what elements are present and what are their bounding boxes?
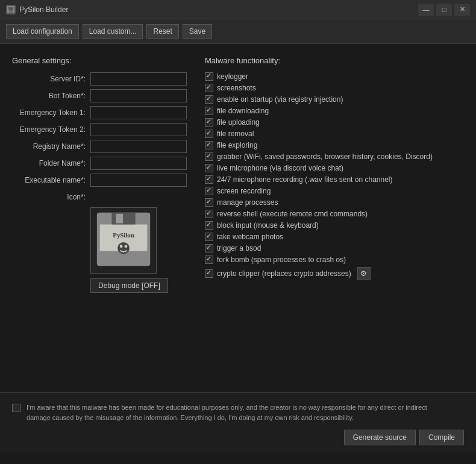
feature-checkbox-1[interactable] [205,84,213,92]
feature-label-8: live microphone (via discord voice chat) [217,164,343,172]
features-container: keyloggerscreenshotsenable on startup (v… [205,72,464,280]
feature-label-12: reverse shell (execute remote cmd comman… [217,210,368,218]
feature-checkbox-3[interactable] [205,107,213,115]
svg-rect-6 [111,213,135,225]
disclaimer-row: I'm aware that this malware has been mad… [12,403,464,422]
feature-checkbox-6[interactable] [205,141,213,149]
folder-name-row: Folder Name*: [12,157,193,170]
server-id-row: Server ID*: [12,72,193,86]
load-config-button[interactable]: Load configuration [6,24,79,39]
feature-checkbox-14[interactable] [205,233,213,241]
svg-point-11 [124,245,127,248]
executable-name-row: Executable name*: [12,174,193,187]
feature-item: file downloading [205,107,464,115]
feature-checkbox-7[interactable] [205,152,213,161]
icon-label: Icon*: [12,193,90,201]
feature-item: screen recording [205,187,464,195]
executable-name-label: Executable name*: [12,176,90,184]
feature-checkbox-5[interactable] [205,130,213,138]
feature-checkbox-4[interactable] [205,118,213,127]
icon-preview-image: PySilon [91,207,156,274]
feature-item: file uploading [205,118,464,127]
close-button[interactable]: ✕ [454,4,470,16]
feature-item: 24/7 microphone recording (.wav files se… [205,175,464,184]
feature-label-7: grabber (WiFi, saved passwords, browser … [217,152,433,161]
feature-item: enable on startup (via registry injectio… [205,95,464,104]
feature-item: crypto clipper (replaces crypto addresse… [205,267,464,280]
main-content: General settings: Server ID*: Bot Token*… [0,44,476,392]
feature-label-14: take webcam photos [217,233,283,241]
feature-label-0: keylogger [217,72,248,81]
svg-point-10 [120,245,123,248]
maximize-button[interactable]: □ [436,4,452,16]
folder-name-input[interactable] [90,157,187,170]
gear-button-17[interactable]: ⚙ [357,267,371,280]
feature-label-10: screen recording [217,187,271,195]
feature-item: screenshots [205,84,464,92]
feature-checkbox-17[interactable] [205,269,213,278]
emergency-token-2-label: Emergency Token 2: [12,125,90,134]
feature-item: file exploring [205,141,464,149]
icon-row: Icon*: [12,190,193,204]
feature-item: block input (mouse & keyboard) [205,221,464,230]
feature-checkbox-11[interactable] [205,198,213,207]
debug-mode-button[interactable]: Debug mode [OFF] [90,278,168,293]
feature-item: fork bomb (spam processes to crash os) [205,256,464,264]
compile-button[interactable]: Compile [419,430,464,445]
feature-checkbox-2[interactable] [205,95,213,104]
feature-label-5: file removal [217,130,254,138]
server-id-input[interactable] [90,72,187,86]
emergency-token-2-input[interactable] [90,123,187,136]
feature-label-17: crypto clipper (replaces crypto addresse… [217,269,351,278]
feature-label-13: block input (mouse & keyboard) [217,221,319,230]
feature-item: reverse shell (execute remote cmd comman… [205,210,464,218]
bot-token-input[interactable] [90,89,187,102]
title-bar: PySilon Builder — □ ✕ [0,0,476,19]
feature-checkbox-12[interactable] [205,210,213,218]
action-buttons: Generate source Compile [12,430,464,445]
load-custom-button[interactable]: Load custom... [83,24,143,39]
disclaimer-text: I'm aware that this malware has been mad… [27,403,436,422]
bot-token-label: Bot Token*: [12,92,90,100]
feature-checkbox-0[interactable] [205,72,213,81]
svg-text:PySilon: PySilon [113,231,134,239]
server-id-label: Server ID*: [12,75,90,83]
emergency-token-1-input[interactable] [90,106,187,119]
registry-name-label: Registry Name*: [12,142,90,151]
feature-item: trigger a bsod [205,244,464,252]
feature-checkbox-8[interactable] [205,164,213,172]
feature-label-3: file downloading [217,107,269,115]
disclaimer-checkbox[interactable] [12,404,20,412]
generate-source-button[interactable]: Generate source [344,430,416,445]
feature-checkbox-13[interactable] [205,221,213,230]
icon-preview[interactable]: PySilon [90,207,157,274]
folder-name-label: Folder Name*: [12,159,90,168]
feature-label-16: fork bomb (spam processes to crash os) [217,256,346,264]
feature-item: file removal [205,130,464,138]
emergency-token-2-row: Emergency Token 2: [12,123,193,136]
feature-checkbox-10[interactable] [205,187,213,195]
registry-name-input[interactable] [90,140,187,153]
title-bar-controls: — □ ✕ [418,4,470,16]
emergency-token-1-label: Emergency Token 1: [12,108,90,117]
minimize-button[interactable]: — [418,4,434,16]
feature-item: live microphone (via discord voice chat) [205,164,464,172]
reset-button[interactable]: Reset [146,24,178,39]
feature-item: manage processes [205,198,464,207]
feature-checkbox-9[interactable] [205,175,213,184]
feature-item: take webcam photos [205,233,464,241]
feature-label-9: 24/7 microphone recording (.wav files se… [217,175,393,184]
general-settings-title: General settings: [12,56,193,65]
svg-rect-2 [9,10,13,13]
registry-name-row: Registry Name*: [12,140,193,153]
feature-label-11: manage processes [217,198,278,207]
executable-name-input[interactable] [90,174,187,187]
feature-label-4: file uploading [217,118,260,127]
bottom-section: I'm aware that this malware has been mad… [0,392,476,453]
save-button[interactable]: Save [183,24,212,39]
feature-checkbox-16[interactable] [205,256,213,264]
feature-label-6: file exploring [217,141,257,149]
feature-label-1: screenshots [217,84,256,92]
window-title: PySilon Builder [19,5,418,14]
feature-checkbox-15[interactable] [205,244,213,252]
